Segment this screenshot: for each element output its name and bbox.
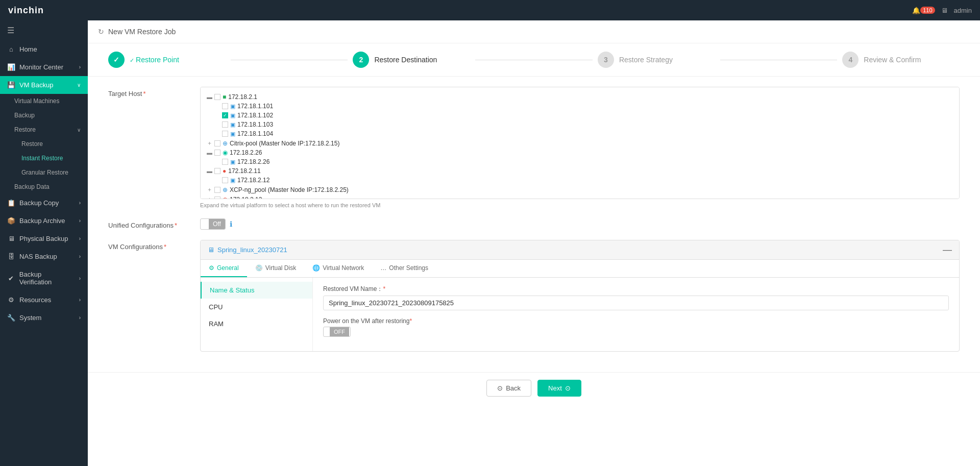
tree-item-172.18.2.1[interactable]: ▬ ■ 172.18.2.1: [207, 92, 953, 102]
tree-checkbox-empty[interactable]: [214, 168, 220, 174]
tree-checkbox-empty[interactable]: [222, 159, 228, 165]
tree-checkbox-empty[interactable]: [222, 103, 228, 109]
info-icon[interactable]: ℹ: [230, 220, 232, 228]
sidebar-item-backup-verification[interactable]: ✔ Backup Verification ›: [0, 265, 88, 291]
tree-checkbox-checked[interactable]: ✓: [222, 112, 228, 118]
monitor-icon[interactable]: 🖥: [941, 7, 948, 14]
tree-checkbox-empty[interactable]: [214, 150, 220, 156]
tree-item-172.18.2.26-sub[interactable]: ▣ 172.18.2.26: [207, 157, 953, 166]
expand-icon[interactable]: ＋: [207, 195, 212, 199]
sidebar-item-vm-backup[interactable]: 💾 VM Backup ∨: [0, 76, 88, 94]
tab-virtual-network[interactable]: 🌐 Virtual Network: [304, 260, 372, 277]
sidebar-label-backup-verification: Backup Verification: [19, 271, 75, 286]
general-label: General: [217, 264, 239, 272]
virtual-machines-label: Virtual Machines: [14, 97, 60, 105]
notification-icon[interactable]: 🔔110: [912, 7, 935, 14]
server-icon: ▣: [230, 131, 235, 137]
tab-general[interactable]: ⚙ General: [201, 260, 247, 277]
vm-config-content: 🖥 Spring_linux_20230721 — ⚙ General: [200, 240, 960, 352]
tree-item-172.18.2.12[interactable]: ▣ 172.18.2.12: [207, 176, 953, 185]
sidebar-item-restore-sub[interactable]: Restore: [0, 137, 88, 151]
refresh-icon[interactable]: ↻: [98, 28, 104, 36]
tree-checkbox-empty[interactable]: [214, 187, 220, 193]
vm-right-content: Restored VM Name：* Power on the VM after…: [313, 278, 959, 351]
vm-sidebar-ram[interactable]: RAM: [201, 315, 312, 332]
vm-sidebar-cpu[interactable]: CPU: [201, 299, 312, 315]
backup-verification-arrow: ›: [79, 276, 81, 281]
instant-restore-label: Instant Restore: [21, 155, 63, 162]
tab-other-settings[interactable]: … Other Settings: [372, 260, 436, 277]
expand-icon[interactable]: ＋: [207, 186, 212, 193]
expand-icon[interactable]: ▬: [207, 168, 212, 174]
tree-item-xcp-pool[interactable]: ＋ ⊕ XCP-ng_pool (Master Node IP:172.18.2…: [207, 185, 953, 194]
resources-arrow: ›: [79, 297, 81, 303]
vm-sidebar-name-status[interactable]: Name & Status: [201, 282, 312, 299]
back-label: Back: [506, 384, 521, 392]
red-icon: ●: [223, 167, 226, 175]
tree-item-172.18.1.103[interactable]: ▣ 172.18.1.103: [207, 120, 953, 129]
step-1-check: ✓: [113, 56, 119, 64]
next-button[interactable]: Next ⊙: [537, 380, 581, 397]
sidebar-label-nas-backup: NAS Backup: [19, 253, 57, 260]
expand-icon[interactable]: ＋: [207, 139, 212, 147]
sidebar-item-monitor-center[interactable]: 📊 Monitor Center ›: [0, 58, 88, 76]
sidebar-item-system[interactable]: 🔧 System ›: [0, 309, 88, 327]
backup-label: Backup: [14, 112, 35, 119]
sidebar-item-granular-restore[interactable]: Granular Restore: [0, 165, 88, 180]
step-2-circle: 2: [353, 52, 369, 68]
back-button[interactable]: ⊙ Back: [486, 380, 531, 397]
tree-item-172.18.2.13[interactable]: ＋ ⊖ 172.18.2.13: [207, 194, 953, 199]
tree-checkbox-empty[interactable]: [222, 121, 228, 128]
restored-vm-name-input[interactable]: [323, 296, 949, 310]
vm-tab-header: 🖥 Spring_linux_20230721 —: [201, 240, 959, 260]
tree-hint: Expand the virtual platform to select a …: [200, 202, 960, 208]
main-content: ↻ New VM Restore Job ✓ ✓ Restore Point: [88, 20, 980, 466]
tree-item-citrix-pool[interactable]: ＋ ⊕ Citrix-pool (Master Node IP:172.18.2…: [207, 138, 953, 148]
sidebar-item-restore[interactable]: Restore ∨: [0, 122, 88, 137]
expand-icon[interactable]: ▬: [207, 150, 212, 156]
sidebar-label-vm-backup: VM Backup: [19, 81, 53, 89]
tree-checkbox-empty[interactable]: [214, 94, 220, 100]
tab-virtual-disk[interactable]: 💿 Virtual Disk: [247, 260, 304, 277]
tree-item-172.18.2.11[interactable]: ▬ ● 172.18.2.11: [207, 166, 953, 176]
expand-icon[interactable]: ▬: [207, 94, 212, 100]
nas-backup-arrow: ›: [79, 254, 81, 259]
sidebar-item-instant-restore[interactable]: Instant Restore: [0, 151, 88, 165]
topbar-icons: 🔔110 🖥 admin: [912, 7, 972, 14]
user-label[interactable]: admin: [954, 7, 972, 14]
monitor-center-icon: 📊: [7, 63, 15, 71]
tree-item-172.18.1.104[interactable]: ▣ 172.18.1.104: [207, 129, 953, 138]
sidebar-item-resources[interactable]: ⚙ Resources ›: [0, 291, 88, 309]
toggle-off-label: Off: [209, 219, 225, 229]
sidebar-item-backup-copy[interactable]: 📋 Backup Copy ›: [0, 194, 88, 212]
restore-label: Restore: [14, 126, 36, 133]
sidebar-item-nas-backup[interactable]: 🗄 NAS Backup ›: [0, 248, 88, 265]
tree-checkbox-empty[interactable]: [214, 197, 220, 200]
vm-collapse-icon[interactable]: —: [943, 244, 952, 255]
vm-sub-tabs: ⚙ General 💿 Virtual Disk 🌐 Virtual Netwo: [201, 260, 959, 278]
vm-tab-title: 🖥 Spring_linux_20230721: [208, 246, 287, 254]
sidebar-item-backup[interactable]: Backup: [0, 108, 88, 122]
sidebar-item-backup-archive[interactable]: 📦 Backup Archive ›: [0, 212, 88, 230]
power-on-toggle[interactable]: OFF: [323, 327, 351, 337]
sidebar-hamburger[interactable]: ☰: [0, 20, 88, 40]
sidebar-item-virtual-machines[interactable]: Virtual Machines: [0, 94, 88, 108]
unified-toggle[interactable]: Off: [200, 218, 226, 230]
tree-item-172.18.1.101[interactable]: ▣ 172.18.1.101: [207, 102, 953, 111]
tree-label: 172.18.1.102: [237, 112, 273, 119]
unified-config-content: Off ℹ: [200, 218, 960, 230]
sidebar-item-physical-backup[interactable]: 🖥 Physical Backup ›: [0, 230, 88, 248]
tree-checkbox-empty[interactable]: [222, 131, 228, 137]
tree-checkbox-empty[interactable]: [214, 140, 220, 146]
host-tree[interactable]: ▬ ■ 172.18.2.1 ▣ 172.18.1.101: [200, 87, 960, 199]
sidebar-item-home[interactable]: ⌂ Home: [0, 40, 88, 58]
topbar: vinchin 🔔110 🖥 admin: [0, 0, 980, 20]
sidebar-item-backup-data[interactable]: Backup Data: [0, 180, 88, 194]
tree-checkbox-empty[interactable]: [222, 177, 228, 183]
tree-item-172.18.2.26[interactable]: ▬ ◉ 172.18.2.26: [207, 148, 953, 157]
backup-copy-arrow: ›: [79, 200, 81, 206]
next-icon: ⊙: [565, 384, 571, 392]
vm-tab-icon: 🖥: [208, 246, 214, 254]
step-connector-1-2: [231, 60, 348, 60]
tree-item-172.18.1.102[interactable]: ✓ ▣ 172.18.1.102: [207, 111, 953, 120]
